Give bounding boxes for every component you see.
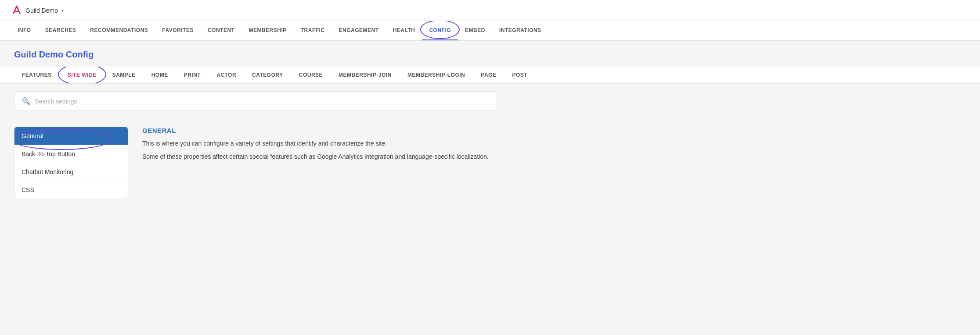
tab-actor[interactable]: ACTOR	[209, 67, 244, 84]
nav-membership[interactable]: MEMBERSHIP	[241, 21, 293, 40]
tab-course[interactable]: COURSE	[291, 67, 331, 84]
search-input[interactable]	[35, 98, 490, 105]
tab-home[interactable]: HOME	[144, 67, 176, 84]
page-title: Guild Demo Config	[14, 50, 966, 60]
secondary-nav: FEATURES SITE WIDE SAMPLE HOME PRINT ACT…	[0, 67, 980, 84]
tab-post[interactable]: POST	[504, 67, 535, 84]
tab-print[interactable]: PRINT	[176, 67, 209, 84]
section-title: GENERAL	[142, 127, 966, 134]
settings-list: General Back-To-Top Button Chatbot Monit…	[14, 127, 128, 199]
org-name: Guild Demo	[25, 7, 58, 14]
main-area: General Back-To-Top Button Chatbot Monit…	[14, 127, 966, 199]
nav-favorites[interactable]: FAVORITES	[155, 21, 201, 40]
settings-panel: General Back-To-Top Button Chatbot Monit…	[14, 127, 128, 199]
nav-integrations[interactable]: INTEGRATIONS	[492, 21, 548, 40]
settings-item-back-to-top[interactable]: Back-To-Top Button	[14, 145, 128, 163]
primary-nav: INFO SEARCHES RECOMMENDATIONS FAVORITES …	[0, 21, 980, 41]
detail-panel: GENERAL This is where you can configure …	[128, 127, 966, 199]
logo-area[interactable]: Guild Demo ▾	[11, 4, 64, 17]
tab-sample[interactable]: SAMPLE	[104, 67, 144, 84]
nav-embed[interactable]: EMBED	[458, 21, 492, 40]
top-bar: Guild Demo ▾	[0, 0, 980, 21]
tab-site-wide[interactable]: SITE WIDE	[60, 67, 104, 84]
nav-health[interactable]: HEALTH	[386, 21, 422, 40]
guild-logo-icon	[11, 4, 23, 17]
nav-content[interactable]: CONTENT	[201, 21, 242, 40]
nav-info[interactable]: INFO	[11, 21, 38, 40]
section-divider	[142, 169, 966, 169]
nav-searches[interactable]: SEARCHES	[38, 21, 83, 40]
nav-config[interactable]: CONFIG	[422, 21, 458, 40]
search-icon: 🔍	[22, 97, 30, 105]
settings-item-chatbot-monitoring[interactable]: Chatbot Monitoring	[14, 163, 128, 181]
page-content: Guild Demo Config FEATURES SITE WIDE SAM…	[0, 41, 980, 334]
tab-page[interactable]: PAGE	[473, 67, 504, 84]
nav-recommendations[interactable]: RECOMMENDATIONS	[83, 21, 155, 40]
settings-item-css[interactable]: CSS	[14, 181, 128, 199]
tab-membership-login[interactable]: MEMBERSHIP-LOGIN	[400, 67, 473, 84]
org-chevron: ▾	[61, 8, 64, 13]
nav-engagement[interactable]: ENGAGEMENT	[332, 21, 386, 40]
tab-features[interactable]: FEATURES	[14, 67, 60, 84]
section-description-2: Some of these properties affect certain …	[142, 152, 966, 161]
nav-traffic[interactable]: TRAFFIC	[294, 21, 332, 40]
tab-category[interactable]: CATEGORY	[244, 67, 291, 84]
tab-membership-join[interactable]: MEMBERSHIP-JOIN	[331, 67, 400, 84]
section-description-1: This is where you can configure a variet…	[142, 139, 966, 148]
settings-item-general[interactable]: General	[14, 127, 128, 145]
search-box: 🔍	[14, 91, 497, 111]
